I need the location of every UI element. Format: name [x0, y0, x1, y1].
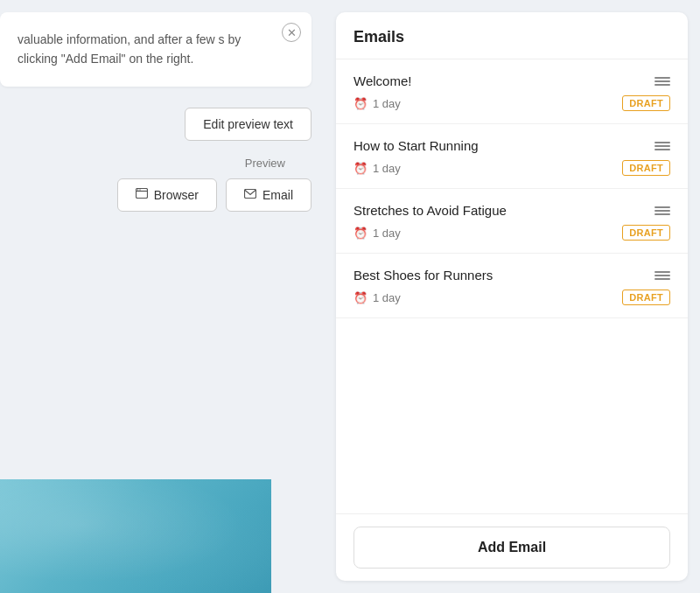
menu-line-2: [654, 210, 670, 212]
email-item[interactable]: How to Start Running ⏰ 1 day DRAFT: [336, 124, 688, 189]
menu-line-1: [654, 142, 670, 143]
email-name: Best Shoes for Runners: [354, 268, 493, 283]
clock-icon: ⏰: [354, 162, 368, 175]
email-item-top: Stretches to Avoid Fatigue: [354, 203, 670, 218]
add-email-section: Add Email: [336, 513, 688, 581]
email-delay: 1 day: [373, 162, 401, 175]
edit-preview-area: Edit preview text: [0, 87, 324, 141]
email-item[interactable]: Best Shoes for Runners ⏰ 1 day DRAFT: [336, 254, 688, 318]
email-delay: 1 day: [373, 227, 401, 240]
menu-line-3: [654, 213, 670, 215]
email-timing: ⏰ 1 day: [354, 97, 401, 110]
close-button[interactable]: ✕: [282, 23, 301, 42]
clock-icon: ⏰: [354, 97, 368, 110]
menu-line-2: [654, 275, 670, 276]
draft-badge: DRAFT: [622, 225, 670, 241]
email-name: How to Start Running: [354, 138, 479, 153]
clock-icon: ⏰: [354, 291, 368, 304]
clock-icon: ⏰: [354, 227, 368, 240]
emails-card: Emails Welcome! ⏰ 1 day DRAFT: [336, 12, 688, 581]
emails-title: Emails: [354, 28, 670, 46]
edit-preview-button[interactable]: Edit preview text: [185, 108, 312, 141]
info-text: valuable information, and after a few s …: [18, 30, 294, 69]
preview-section: Preview Browser: [0, 141, 324, 212]
email-item-bottom: ⏰ 1 day DRAFT: [354, 290, 670, 305]
email-item-bottom: ⏰ 1 day DRAFT: [354, 225, 670, 241]
email-item-top: Best Shoes for Runners: [354, 268, 670, 283]
svg-point-2: [136, 190, 137, 191]
email-item-bottom: ⏰ 1 day DRAFT: [354, 95, 670, 111]
menu-line-3: [654, 84, 670, 86]
info-card: ✕ valuable information, and after a few …: [0, 12, 312, 87]
menu-line-1: [654, 206, 670, 208]
email-name: Stretches to Avoid Fatigue: [354, 203, 507, 218]
email-menu-icon[interactable]: [654, 77, 670, 86]
emails-header: Emails: [336, 12, 688, 59]
menu-line-2: [654, 80, 670, 82]
draft-badge: DRAFT: [622, 160, 670, 176]
email-icon: [244, 188, 256, 201]
menu-line-1: [654, 271, 670, 273]
email-name: Welcome!: [354, 73, 411, 88]
email-timing: ⏰ 1 day: [354, 291, 401, 304]
right-panel: Emails Welcome! ⏰ 1 day DRAFT: [324, 0, 700, 593]
email-item-bottom: ⏰ 1 day DRAFT: [354, 160, 670, 176]
browser-icon: [136, 188, 148, 201]
email-menu-icon[interactable]: [654, 206, 670, 215]
preview-buttons: Browser Email: [117, 178, 312, 212]
email-menu-icon[interactable]: [654, 271, 670, 280]
menu-line-1: [654, 77, 670, 79]
email-delay: 1 day: [373, 97, 401, 110]
left-panel: ✕ valuable information, and after a few …: [0, 0, 324, 593]
email-item[interactable]: Welcome! ⏰ 1 day DRAFT: [336, 59, 688, 124]
menu-line-3: [654, 278, 670, 280]
draft-badge: DRAFT: [622, 95, 670, 111]
bottom-image: [0, 479, 271, 593]
email-item-top: Welcome!: [354, 73, 670, 88]
email-preview-button[interactable]: Email: [226, 178, 312, 212]
email-timing: ⏰ 1 day: [354, 162, 401, 175]
email-item-top: How to Start Running: [354, 138, 670, 153]
email-btn-label: Email: [262, 188, 293, 202]
preview-label: Preview: [245, 157, 312, 170]
menu-line-2: [654, 145, 670, 147]
email-delay: 1 day: [373, 291, 401, 304]
svg-point-3: [139, 190, 140, 191]
close-icon: ✕: [287, 27, 297, 38]
browser-btn-label: Browser: [154, 188, 199, 202]
draft-badge: DRAFT: [622, 290, 670, 305]
email-timing: ⏰ 1 day: [354, 227, 401, 240]
menu-line-3: [654, 149, 670, 150]
email-list: Welcome! ⏰ 1 day DRAFT How to Start Runn…: [336, 59, 688, 513]
email-item[interactable]: Stretches to Avoid Fatigue ⏰ 1 day DRAFT: [336, 189, 688, 254]
browser-preview-button[interactable]: Browser: [117, 178, 217, 212]
add-email-button[interactable]: Add Email: [354, 527, 670, 569]
email-menu-icon[interactable]: [654, 142, 670, 150]
